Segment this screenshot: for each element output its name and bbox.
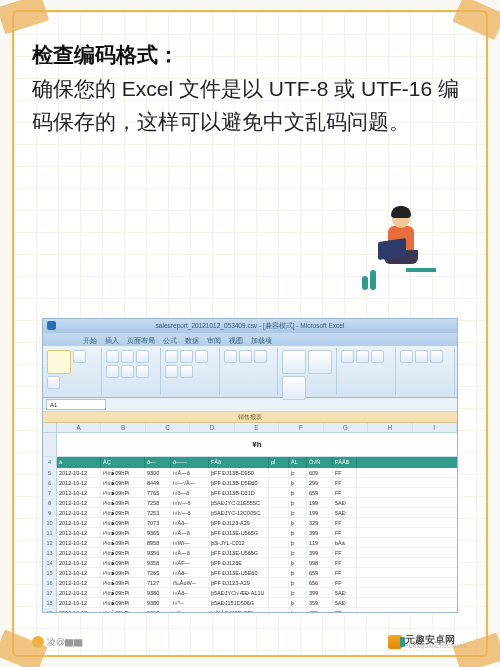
cell[interactable]: i⅍ǎ09hPi <box>101 468 145 477</box>
cell[interactable] <box>269 608 289 612</box>
row-number[interactable]: 11 <box>43 528 57 537</box>
cell[interactable]: ì√ʱ─ <box>171 598 209 607</box>
cell[interactable]: 9356 <box>145 548 171 557</box>
cell[interactable]: i⅍ǎ09hPi <box>101 508 145 517</box>
cell-style-icon[interactable] <box>282 376 306 400</box>
cell[interactable]: 2012-10-12 <box>57 568 101 577</box>
cell[interactable] <box>269 568 289 577</box>
cell[interactable]: ì√—√Ă— <box>171 478 209 487</box>
cell[interactable]: 2012-10-12 <box>57 608 101 612</box>
cell[interactable]: 2012-10-12 <box>57 478 101 487</box>
autosum-icon[interactable] <box>400 350 413 363</box>
cell[interactable] <box>269 498 289 507</box>
cell[interactable]: 399 <box>307 588 333 597</box>
merge-icon[interactable] <box>180 365 193 378</box>
row-number[interactable]: 12 <box>43 538 57 547</box>
col-header[interactable]: A <box>57 423 101 432</box>
fill-icon[interactable] <box>121 365 134 378</box>
cell[interactable]: 7258 <box>145 498 171 507</box>
cell[interactable]: 499 <box>307 608 333 612</box>
cell[interactable]: i⅍ǎ09hPi <box>101 558 145 567</box>
cell[interactable]: FF <box>333 518 357 527</box>
ribbon-tab[interactable]: 开始 <box>83 335 97 346</box>
row-number[interactable]: 19 <box>43 608 57 612</box>
insert-icon[interactable] <box>341 350 354 363</box>
cell[interactable]: 2012-10-12 <box>57 538 101 547</box>
align-center-icon[interactable] <box>180 350 193 363</box>
cell[interactable]: ì√Ă—ð <box>171 468 209 477</box>
cell[interactable]: 8958 <box>145 538 171 547</box>
cell[interactable] <box>269 478 289 487</box>
row-number[interactable]: 13 <box>43 548 57 557</box>
col-header[interactable]: B <box>101 423 145 432</box>
col-header[interactable]: F <box>279 423 323 432</box>
cell[interactable]: þ5AĐJYC-12C005C <box>209 508 269 517</box>
cell[interactable]: ì√Ă—ð <box>171 548 209 557</box>
cell[interactable]: þiÀLÌ ĐJ13E-C81 <box>209 608 269 612</box>
cell[interactable]: þFF ĐJ123E <box>209 558 269 567</box>
cell[interactable]: 2012-10-12 <box>57 558 101 567</box>
cell[interactable] <box>269 578 289 587</box>
col-header[interactable]: C <box>146 423 190 432</box>
name-box[interactable]: A1 <box>46 399 106 410</box>
number-format-icon[interactable] <box>224 350 237 363</box>
align-left-icon[interactable] <box>165 350 178 363</box>
cell[interactable]: 399 <box>307 548 333 557</box>
row-number[interactable]: 8 <box>43 498 57 507</box>
cell[interactable]: þ5AĐJYC-21E555C <box>209 498 269 507</box>
cell[interactable]: 2012-10-12 <box>57 498 101 507</box>
cell[interactable]: 659 <box>307 568 333 577</box>
col-header[interactable]: E <box>235 423 279 432</box>
cell[interactable]: 5AĐ <box>333 598 357 607</box>
bold-icon[interactable] <box>106 350 119 363</box>
cell[interactable]: þ <box>289 488 307 497</box>
cell[interactable] <box>269 548 289 557</box>
cell[interactable]: þ5AĐJ151D506G <box>209 598 269 607</box>
percent-icon[interactable] <box>239 350 252 363</box>
cell[interactable]: FF <box>333 608 357 612</box>
cell[interactable]: i⅍ǎ09hPi <box>101 528 145 537</box>
cell[interactable]: bÁà <box>333 538 357 547</box>
cell[interactable]: 5AĐ <box>333 588 357 597</box>
cell[interactable]: i⅍ǎ09hPi <box>101 568 145 577</box>
cell[interactable] <box>269 488 289 497</box>
cell[interactable]: 2012-10-12 <box>57 598 101 607</box>
cell[interactable]: þ <box>289 478 307 487</box>
cell[interactable]: i⅍ǎ09hPi <box>101 478 145 487</box>
col-header[interactable]: D <box>190 423 234 432</box>
cell[interactable]: 2012-10-12 <box>57 508 101 517</box>
cell[interactable] <box>269 588 289 597</box>
cell[interactable]: 2012-10-12 <box>57 468 101 477</box>
cell[interactable]: ì√ì√—ð <box>171 498 209 507</box>
row-number[interactable]: 7 <box>43 488 57 497</box>
cell[interactable]: 9300 <box>145 468 171 477</box>
cell[interactable]: þ <box>289 558 307 567</box>
wrap-text-icon[interactable] <box>165 365 178 378</box>
cell[interactable]: FF <box>333 568 357 577</box>
cell[interactable]: ì√ì√—ð <box>171 508 209 517</box>
cell[interactable]: FF <box>333 468 357 477</box>
cell[interactable]: 659 <box>307 488 333 497</box>
cell[interactable]: þFF ĐJ123-A29 <box>209 518 269 527</box>
ribbon-tab[interactable]: 视图 <box>229 335 243 346</box>
cell[interactable]: 299 <box>307 478 333 487</box>
cell[interactable]: þFF ĐJ13B-D5E60 <box>209 478 269 487</box>
cell[interactable] <box>269 468 289 477</box>
cell[interactable]: i‰ÂòW─ <box>171 578 209 587</box>
cell[interactable]: i⅍ǎ09hPi <box>101 518 145 527</box>
cell[interactable]: 199 <box>307 508 333 517</box>
cell[interactable]: þFF ĐJ13B-D950 <box>209 468 269 477</box>
cell[interactable]: þ <box>289 548 307 557</box>
col-header[interactable]: G <box>324 423 368 432</box>
cell[interactable]: i⅍ǎ09hPi <box>101 598 145 607</box>
cell[interactable]: þFF ĐJ123-A29 <box>209 578 269 587</box>
find-icon[interactable] <box>430 350 443 363</box>
cell[interactable]: 2012-10-12 <box>57 488 101 497</box>
ribbon-tab[interactable]: 数据 <box>185 335 199 346</box>
ribbon-tab[interactable]: 公式 <box>163 335 177 346</box>
cell[interactable]: þFF ĐJ13E-U565G <box>209 548 269 557</box>
ribbon-tab[interactable]: 页面布局 <box>127 335 155 346</box>
row-number[interactable]: 15 <box>43 568 57 577</box>
cell[interactable]: þFF ĐJ13B-D31D <box>209 488 269 497</box>
row-number[interactable]: 16 <box>43 578 57 587</box>
